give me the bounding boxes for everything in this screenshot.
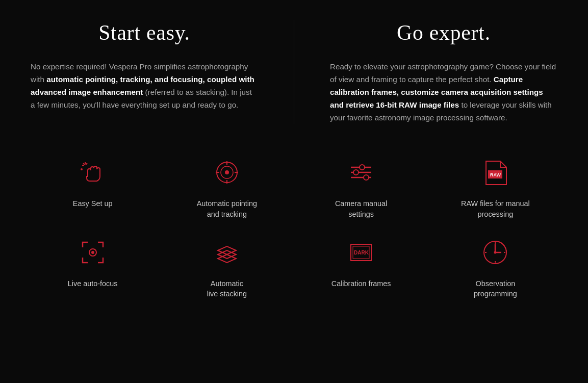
icon-item-calibration: DARK Calibration frames — [299, 235, 423, 299]
svg-point-7 — [225, 170, 229, 174]
start-easy-heading: Start easy. — [31, 20, 258, 45]
observation-icon — [477, 235, 513, 270]
live-stacking-icon — [209, 235, 245, 270]
raw-files-icon: RAW — [477, 155, 513, 190]
svg-text:DARK: DARK — [354, 250, 369, 256]
icon-item-observation: Observationprogramming — [433, 235, 557, 299]
auto-pointing-label: Automatic pointingand tracking — [197, 198, 257, 219]
page-container: Start easy. No expertise required! Vespe… — [0, 0, 588, 319]
easy-setup-label: Easy Set up — [73, 198, 113, 209]
camera-settings-label: Camera manualsettings — [335, 198, 387, 219]
svg-point-19 — [364, 175, 369, 180]
top-section: Start easy. No expertise required! Vespe… — [31, 20, 557, 124]
icon-item-easy-setup: Easy Set up — [31, 155, 155, 219]
raw-files-label: RAW files for manualprocessing — [461, 198, 530, 219]
auto-pointing-icon — [209, 155, 245, 190]
right-description: Ready to elevate your astrophotography g… — [330, 60, 557, 124]
icon-item-auto-pointing: Automatic pointingand tracking — [165, 155, 289, 219]
icons-grid: Easy Set up Automatic poi — [31, 155, 557, 299]
svg-point-15 — [360, 165, 365, 170]
live-focus-icon — [75, 235, 111, 270]
icon-item-raw-files: RAW RAW files for manualprocessing — [433, 155, 557, 219]
right-column: Go expert. Ready to elevate your astroph… — [330, 20, 557, 124]
svg-text:RAW: RAW — [490, 172, 501, 177]
go-expert-heading: Go expert. — [330, 20, 557, 45]
left-description: No expertise required! Vespera Pro simpl… — [31, 60, 258, 111]
icon-item-camera-settings: Camera manualsettings — [299, 155, 423, 219]
left-column: Start easy. No expertise required! Vespe… — [31, 20, 258, 124]
observation-label: Observationprogramming — [474, 278, 517, 299]
camera-settings-icon — [343, 155, 379, 190]
vertical-divider — [294, 20, 294, 124]
icon-item-live-stacking: Automaticlive stacking — [165, 235, 289, 299]
svg-point-17 — [353, 170, 359, 175]
calibration-label: Calibration frames — [331, 278, 391, 289]
svg-point-23 — [91, 251, 94, 254]
live-stacking-label: Automaticlive stacking — [207, 278, 247, 299]
icon-item-live-focus: Live auto-focus — [31, 235, 155, 299]
live-focus-label: Live auto-focus — [68, 278, 118, 289]
svg-line-2 — [83, 163, 85, 165]
easy-setup-icon — [75, 155, 111, 190]
svg-point-30 — [494, 251, 497, 253]
calibration-icon: DARK — [343, 235, 379, 270]
svg-point-4 — [81, 168, 83, 170]
svg-line-3 — [86, 163, 87, 165]
